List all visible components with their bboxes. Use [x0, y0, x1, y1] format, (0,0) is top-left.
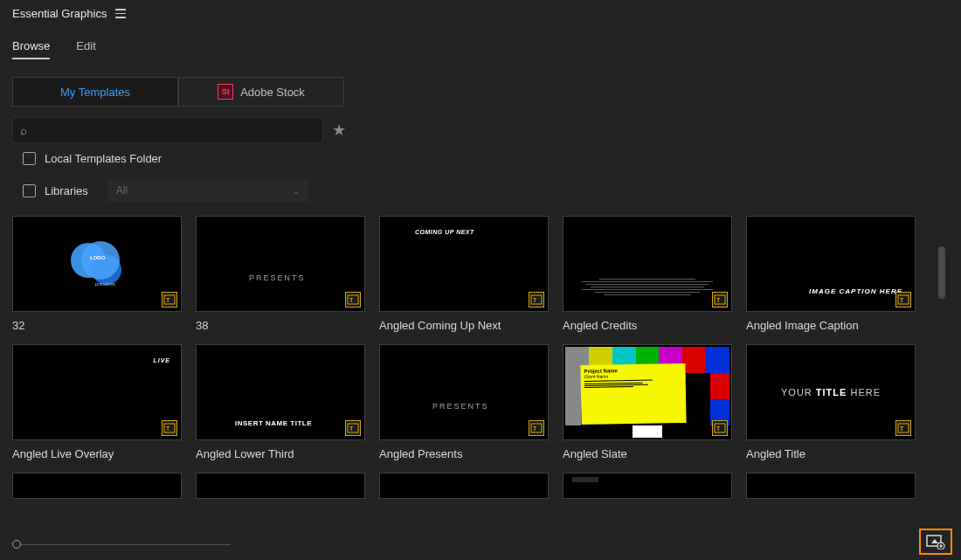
template-thumbnail: PRESENTS T	[379, 344, 549, 440]
template-label: Angled Title	[746, 447, 916, 460]
template-card[interactable]	[563, 473, 732, 499]
new-layer-button[interactable]	[919, 529, 952, 555]
template-thumbnail: T	[563, 216, 732, 312]
template-thumbnail	[563, 473, 732, 499]
libraries-selected: All	[116, 184, 128, 197]
template-thumbnail	[379, 473, 549, 499]
search-icon: ⌕	[20, 124, 27, 137]
svg-text:T: T	[349, 425, 354, 432]
template-label: Angled Live Overlay	[12, 447, 182, 460]
template-card[interactable]: T Angled Credits	[563, 216, 732, 332]
template-label: 32	[12, 319, 182, 332]
template-card[interactable]: COMING UP NEXT T Angled Coming Up Next	[379, 216, 549, 332]
adobe-stock-icon: St	[218, 84, 233, 100]
template-thumbnail: INSERT NAME TITLE T	[196, 344, 365, 440]
mogrt-badge-icon: T	[712, 292, 728, 308]
template-label: Angled Coming Up Next	[379, 319, 549, 332]
libraries-dropdown[interactable]: All ⌄	[107, 179, 308, 202]
template-thumbnail: YOUR TITLE HERE T	[746, 344, 916, 440]
template-thumbnail	[196, 473, 365, 499]
svg-text:T: T	[900, 297, 904, 303]
mogrt-badge-icon: T	[162, 420, 177, 436]
template-card[interactable]: Project Name Client Name T Angled Slate	[563, 344, 732, 460]
mogrt-badge-icon: T	[529, 420, 544, 436]
tab-edit[interactable]: Edit	[76, 39, 95, 59]
mogrt-badge-icon: T	[345, 292, 361, 308]
checkbox-local-templates[interactable]	[23, 152, 36, 165]
template-card[interactable]	[379, 473, 549, 499]
template-thumbnail: LIVE T	[12, 344, 182, 440]
mogrt-badge-icon: T	[529, 292, 544, 308]
svg-text:T: T	[716, 297, 721, 303]
svg-text:T: T	[533, 425, 537, 432]
search-input[interactable]: ⌕	[12, 117, 323, 143]
template-card[interactable]	[746, 473, 916, 499]
mogrt-badge-icon: T	[895, 292, 911, 308]
new-layer-icon	[926, 534, 945, 550]
template-card[interactable]	[196, 473, 365, 499]
mogrt-badge-icon: T	[712, 420, 728, 436]
chevron-down-icon: ⌄	[293, 186, 300, 196]
template-thumbnail: Project Name Client Name T	[563, 344, 732, 440]
template-card[interactable]: PRESENTS T Angled Presents	[379, 344, 549, 460]
label-libraries: Libraries	[45, 184, 88, 197]
template-label: Angled Slate	[563, 447, 732, 460]
panel-title: Essential Graphics	[12, 7, 107, 20]
template-thumbnail: IMAGE CAPTION HERE T	[746, 216, 916, 312]
svg-text:T: T	[900, 425, 904, 432]
source-my-templates-label: My Templates	[60, 86, 130, 99]
template-label: Angled Credits	[563, 319, 732, 332]
source-adobe-stock[interactable]: St Adobe Stock	[178, 77, 344, 107]
source-adobe-stock-label: Adobe Stock	[240, 86, 305, 99]
template-card[interactable]: INSERT NAME TITLE T Angled Lower Third	[196, 344, 365, 460]
checkbox-libraries[interactable]	[23, 184, 36, 197]
template-card[interactable]: PRESENTS T 38	[196, 216, 365, 332]
svg-text:T: T	[166, 425, 170, 432]
template-card[interactable]	[12, 473, 182, 499]
source-my-templates[interactable]: My Templates	[12, 77, 178, 107]
template-thumbnail: LOGO presents T	[12, 216, 182, 312]
template-card[interactable]: YOUR TITLE HERE T Angled Title	[746, 344, 916, 460]
tab-browse[interactable]: Browse	[12, 39, 50, 59]
template-thumbnail: COMING UP NEXT T	[379, 216, 549, 312]
template-thumbnail: PRESENTS T	[196, 216, 365, 312]
mogrt-badge-icon: T	[162, 292, 177, 308]
label-local-templates: Local Templates Folder	[45, 152, 162, 165]
zoom-slider-handle[interactable]	[12, 540, 21, 549]
panel-menu-icon[interactable]	[115, 9, 126, 18]
template-label: 38	[196, 319, 365, 332]
mogrt-badge-icon: T	[895, 420, 911, 436]
template-label: Angled Presents	[379, 447, 549, 460]
svg-text:T: T	[533, 297, 537, 303]
template-card[interactable]: IMAGE CAPTION HERE T Angled Image Captio…	[746, 216, 916, 332]
template-label: Angled Image Caption	[746, 319, 916, 332]
svg-marker-21	[931, 539, 938, 543]
svg-text:T: T	[716, 425, 721, 432]
template-label: Angled Lower Third	[196, 447, 365, 460]
mogrt-badge-icon: T	[345, 420, 361, 436]
template-card[interactable]: LIVE T Angled Live Overlay	[12, 344, 182, 460]
vertical-scrollbar[interactable]	[938, 246, 945, 299]
template-thumbnail	[12, 473, 182, 499]
svg-text:T: T	[349, 297, 354, 303]
favorites-filter-icon[interactable]: ★	[332, 121, 346, 140]
svg-text:T: T	[166, 297, 170, 303]
template-thumbnail	[746, 473, 916, 499]
zoom-slider-track[interactable]	[21, 544, 231, 545]
template-card[interactable]: LOGO presents T 32	[12, 216, 182, 332]
